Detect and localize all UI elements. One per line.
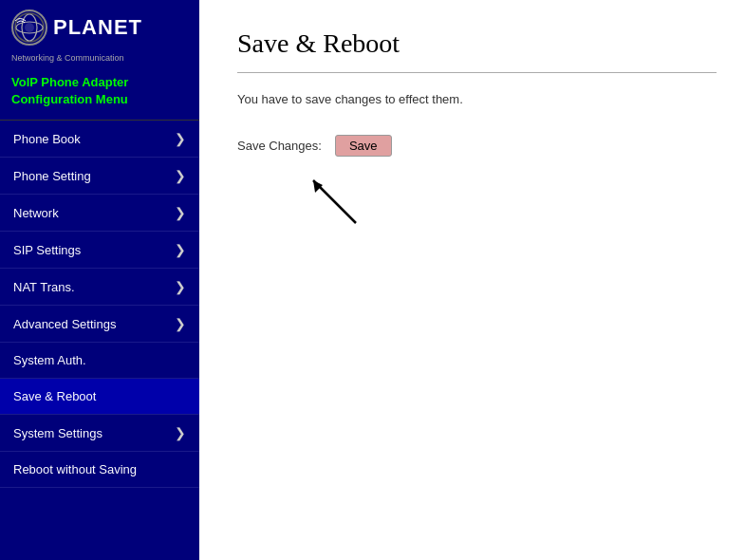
save-changes-label: Save Changes: — [237, 139, 322, 153]
nav-item-advanced-settings[interactable]: Advanced Settings ❯ — [0, 306, 199, 343]
nav-item-phone-setting[interactable]: Phone Setting ❯ — [0, 158, 199, 195]
main-content: Save & Reboot You have to save changes t… — [199, 0, 745, 560]
nav-arrow-nat-trans: ❯ — [175, 279, 186, 294]
nav-item-reboot-without-saving[interactable]: Reboot without Saving — [0, 452, 199, 488]
page-title: Save & Reboot — [237, 28, 717, 59]
arrow-icon — [294, 166, 370, 233]
save-changes-row: Save Changes: Save — [237, 135, 717, 157]
brand-name: PLANET — [53, 15, 142, 40]
brand-subtitle: Networking & Communication — [11, 53, 124, 63]
nav-item-system-auth[interactable]: System Auth. — [0, 343, 199, 379]
nav-label-sip-settings: SIP Settings — [13, 243, 81, 257]
nav-label-system-auth: System Auth. — [13, 353, 86, 367]
nav-item-save-reboot[interactable]: Save & Reboot — [0, 379, 199, 415]
nav-item-nat-trans[interactable]: NAT Trans. ❯ — [0, 269, 199, 306]
nav-label-network: Network — [13, 206, 59, 220]
nav-label-reboot-without-saving: Reboot without Saving — [13, 462, 137, 476]
nav-item-phone-book[interactable]: Phone Book ❯ — [0, 121, 199, 158]
app-title: VoIP Phone Adapter Configuration Menu — [11, 70, 128, 112]
logo-area: PLANET Networking & Communication VoIP P… — [0, 0, 199, 121]
logo-image: PLANET — [11, 9, 142, 46]
nav-label-save-reboot: Save & Reboot — [13, 389, 96, 403]
nav-arrow-phone-book: ❯ — [175, 131, 186, 146]
svg-marker-5 — [313, 180, 323, 193]
save-button[interactable]: Save — [335, 135, 392, 157]
nav-label-nat-trans: NAT Trans. — [13, 280, 75, 294]
nav-arrow-advanced-settings: ❯ — [175, 316, 186, 331]
description-text: You have to save changes to effect them. — [237, 92, 717, 106]
nav-item-sip-settings[interactable]: SIP Settings ❯ — [0, 232, 199, 269]
svg-point-3 — [25, 23, 34, 32]
nav-arrow-phone-setting: ❯ — [175, 168, 186, 183]
sidebar: PLANET Networking & Communication VoIP P… — [0, 0, 199, 560]
nav-label-system-settings: System Settings — [13, 426, 102, 440]
divider — [237, 72, 717, 73]
planet-logo-icon — [11, 9, 47, 46]
nav-label-advanced-settings: Advanced Settings — [13, 317, 116, 331]
nav-item-system-settings[interactable]: System Settings ❯ — [0, 415, 199, 452]
nav-label-phone-setting: Phone Setting — [13, 169, 91, 183]
nav-arrow-sip-settings: ❯ — [175, 242, 186, 257]
nav-label-phone-book: Phone Book — [13, 132, 81, 146]
nav-arrow-system-settings: ❯ — [175, 425, 186, 440]
nav-arrow-network: ❯ — [175, 205, 186, 220]
nav-item-network[interactable]: Network ❯ — [0, 195, 199, 232]
arrow-indicator — [294, 166, 717, 236]
